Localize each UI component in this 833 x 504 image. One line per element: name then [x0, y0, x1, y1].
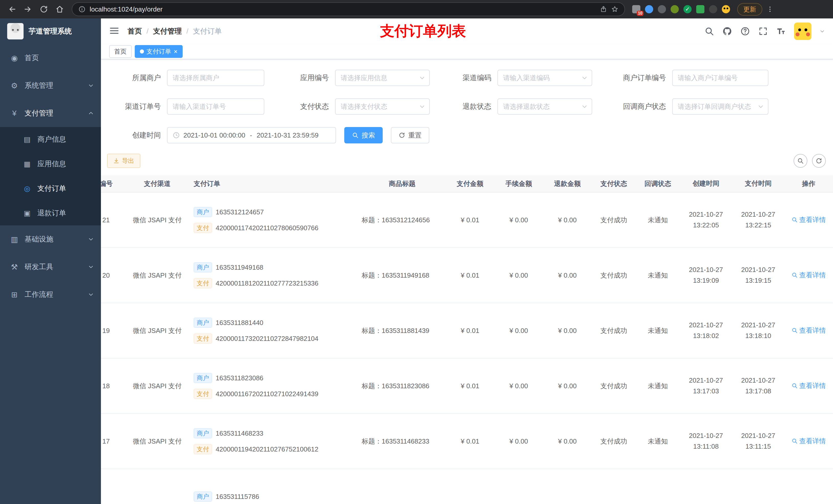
github-icon [722, 26, 732, 36]
date-start[interactable]: 2021-10-01 00:00:00 [184, 131, 245, 139]
sidebar-item-workflow[interactable]: ⊞工作流程 [0, 281, 101, 308]
back-icon[interactable] [5, 2, 19, 16]
pay-date: 2021-10-27 [735, 375, 781, 386]
url-text[interactable]: localhost:1024/pay/order [90, 5, 596, 13]
sidebar-item-system[interactable]: ⚙系统管理 [0, 72, 101, 99]
filter-label-channel-code: 渠道编码 [436, 73, 491, 83]
chevron-down-icon[interactable] [820, 29, 825, 34]
pay-amount: ¥ 0.01 [446, 437, 494, 446]
table-row: 18微信 JSAPI 支付商户1635311823086支付4200001167… [101, 359, 833, 414]
merchant-order-no: 1635312124657 [216, 208, 264, 216]
channel-order-no-input[interactable] [167, 98, 264, 115]
home-icon[interactable] [53, 2, 67, 16]
table-refresh-button[interactable] [812, 154, 826, 168]
goods-title: 标题：1635311949168 [359, 271, 446, 280]
view-detail-label: 查看详情 [799, 215, 826, 224]
table-search-toggle-button[interactable] [793, 154, 807, 168]
tab-label: 支付订单 [146, 47, 171, 55]
app-no-select[interactable]: 请选择应用信息 [335, 70, 430, 86]
check-circle-icon[interactable]: ✓ [684, 5, 692, 13]
filter-label-callback-status: 回调商户状态 [598, 102, 666, 112]
browser-update-button[interactable]: 更新 [737, 3, 762, 16]
gray-circle-icon[interactable] [658, 5, 666, 13]
olive-circle-icon[interactable] [671, 5, 679, 13]
tab-home[interactable]: 首页 [109, 45, 132, 58]
chevron-down-icon [88, 292, 94, 297]
forward-icon[interactable] [21, 2, 35, 16]
share-icon[interactable] [600, 6, 607, 13]
notify-status: 未通知 [636, 271, 680, 280]
order-id: 19 [101, 327, 124, 335]
breadcrumb-pay-manage[interactable]: 支付管理 [153, 26, 182, 36]
check-icon: ✓ [684, 5, 692, 13]
sidebar-item-home[interactable]: ◉首页 [0, 44, 101, 72]
app-logo-row[interactable]: 芋道管理系统 [0, 19, 101, 44]
view-detail-link[interactable]: 查看详情 [791, 437, 826, 446]
chevron-down-icon [581, 75, 588, 81]
pay-amount: ¥ 0.01 [446, 271, 494, 280]
callback-status-select[interactable]: 请选择订单回调商户状态 [672, 98, 768, 115]
star-icon[interactable] [611, 6, 618, 13]
merchant-order-no-input[interactable] [672, 70, 768, 86]
tab-pay-order[interactable]: 支付订单 × [135, 45, 183, 58]
sidebar-item-pay-order[interactable]: ◎支付订单 [0, 176, 101, 201]
refresh-icon [399, 132, 405, 139]
merchant-order-no: 1635311468233 [216, 430, 263, 437]
view-detail-link[interactable]: 查看详情 [791, 381, 826, 390]
address-bar[interactable]: localhost:1024/pay/order [72, 2, 625, 16]
reset-button-label: 重置 [408, 131, 422, 140]
extensions-area: 10✓ [632, 5, 730, 13]
create-time: 2021-10-2713:19:09 [680, 265, 732, 286]
pay-date: 2021-10-27 [735, 320, 781, 331]
smiley-icon[interactable] [722, 5, 730, 13]
sidebar-item-pay[interactable]: ¥支付管理 [0, 99, 101, 127]
pay-order-line: 支付4200001181202110277723215336 [194, 277, 356, 289]
goods-title: 标题：1635312124656 [359, 216, 446, 224]
hamburger-icon[interactable] [109, 26, 120, 37]
browser-toolbar: localhost:1024/pay/order 10✓ 更新 [0, 0, 833, 19]
search-icon [791, 327, 798, 333]
column-header: 创建时间 [680, 178, 732, 189]
avatar[interactable] [794, 23, 811, 40]
view-detail-link[interactable]: 查看详情 [791, 271, 826, 280]
close-icon[interactable]: × [174, 48, 177, 55]
sidebar-item-refund-order[interactable]: ▣退款订单 [0, 201, 101, 225]
breadcrumb-home[interactable]: 首页 [127, 26, 142, 36]
kebab-icon[interactable] [764, 3, 776, 16]
pay-order-no: 4200001167202110271022491439 [216, 390, 318, 398]
sidebar-item-infra[interactable]: ▥基础设施 [0, 225, 101, 253]
row-actions: 查看详情 [784, 381, 833, 391]
search-icon [791, 438, 798, 444]
merchant-input[interactable] [167, 70, 264, 86]
drop-icon[interactable] [645, 5, 653, 13]
create-date: 2021-10-27 [683, 431, 729, 441]
channel-code-select[interactable]: 请输入渠道编码 [497, 70, 592, 86]
sidebar-item-devtool[interactable]: ⚒研发工具 [0, 253, 101, 281]
create-clock: 13:22:05 [683, 220, 729, 231]
font-size-icon [776, 26, 786, 36]
chat-icon[interactable] [696, 5, 705, 13]
create-time: 2021-10-2713:11:08 [680, 431, 732, 452]
view-detail-link[interactable]: 查看详情 [791, 326, 826, 335]
create-time-range-picker[interactable]: 2021-10-01 00:00:00 - 2021-10-31 23:59:5… [167, 127, 336, 143]
sidebar: 芋道管理系统 ◉首页⚙系统管理¥支付管理▤商户信息▦应用信息◎支付订单▣退款订单… [0, 19, 101, 504]
reset-button[interactable]: 重置 [391, 127, 429, 143]
refresh-icon[interactable] [37, 2, 51, 16]
pay-time: 2021-10-2713:22:15 [732, 209, 784, 231]
info-icon[interactable] [78, 6, 86, 13]
create-time: 2021-10-2713:17:03 [680, 375, 732, 397]
sidebar-item-app-info[interactable]: ▦应用信息 [0, 152, 101, 176]
doc-icon: ▣ [23, 209, 32, 217]
pin-icon[interactable] [709, 5, 717, 13]
view-detail-label: 查看详情 [799, 271, 826, 280]
sidebar-item-merchant-info[interactable]: ▤商户信息 [0, 127, 101, 152]
pay-status-select[interactable]: 请选择支付状态 [335, 98, 430, 115]
view-detail-link[interactable]: 查看详情 [791, 215, 826, 224]
refund-amount: ¥ 0.00 [543, 327, 592, 335]
extensions-icon[interactable]: 10 [632, 5, 640, 13]
order-id: 20 [101, 271, 124, 280]
date-end[interactable]: 2021-10-31 23:59:59 [257, 131, 318, 139]
export-button[interactable]: 导出 [107, 154, 140, 168]
refund-status-select[interactable]: 请选择退款状态 [497, 98, 592, 115]
search-button[interactable]: 搜索 [344, 127, 383, 143]
